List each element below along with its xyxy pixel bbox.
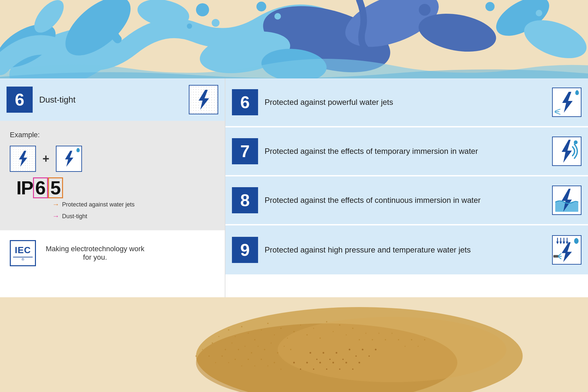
svg-point-96 — [306, 362, 308, 364]
temp-immersion-svg — [553, 137, 581, 166]
svg-point-55 — [277, 352, 278, 353]
bolt-icon-dust — [195, 89, 212, 110]
svg-point-6 — [196, 3, 209, 16]
svg-marker-108 — [562, 92, 573, 113]
svg-point-97 — [313, 368, 314, 370]
svg-point-64 — [235, 359, 236, 360]
svg-point-100 — [333, 362, 334, 364]
iec-registered: ® — [22, 257, 24, 261]
svg-point-103 — [352, 368, 353, 370]
sand-svg — [0, 297, 588, 392]
protection-number-6: 6 — [232, 89, 258, 115]
svg-point-77 — [392, 333, 393, 334]
svg-point-69 — [268, 366, 269, 367]
iec-footer: IEC ® Making electrotechnology work for … — [0, 230, 225, 276]
svg-point-44 — [352, 328, 353, 329]
annotation-water-text: Protected against water jets — [62, 201, 135, 208]
svg-point-71 — [281, 369, 282, 370]
svg-point-90 — [355, 355, 357, 357]
bolt-icon-example-dust — [16, 150, 29, 167]
svg-point-47 — [225, 349, 226, 350]
water-drop-dot — [76, 148, 80, 152]
svg-point-58 — [195, 355, 197, 357]
svg-point-67 — [254, 366, 255, 367]
svg-point-65 — [241, 366, 242, 367]
svg-line-123 — [559, 254, 561, 256]
svg-point-63 — [228, 362, 229, 363]
svg-point-42 — [339, 324, 340, 326]
protection-text-8: Protected against the effects of continu… — [265, 194, 546, 206]
protection-number-8: 8 — [232, 187, 258, 213]
svg-point-40 — [326, 321, 327, 322]
svg-point-98 — [319, 362, 321, 364]
svg-point-87 — [336, 352, 337, 354]
number-8: 8 — [240, 190, 250, 210]
protection-row-7: 7 Protected against the effects of tempo… — [225, 127, 588, 176]
protection-row-9: 9 Protected against high pressure and te… — [225, 225, 588, 274]
dust-number-badge: 6 — [7, 87, 33, 113]
svg-point-38 — [313, 328, 314, 329]
svg-marker-119 — [563, 242, 565, 244]
svg-point-72 — [359, 339, 360, 340]
svg-point-24 — [278, 317, 506, 382]
svg-point-104 — [359, 362, 360, 364]
example-water-icon — [56, 146, 82, 172]
svg-point-19 — [485, 2, 495, 11]
svg-point-70 — [274, 362, 275, 363]
icon-temp-immersion-7 — [552, 137, 581, 166]
svg-point-61 — [215, 362, 216, 363]
svg-point-68 — [261, 359, 262, 360]
svg-point-85 — [323, 352, 324, 354]
iec-logo: IEC ® — [10, 240, 36, 266]
protection-row-6: 6 Protected against powerful water jets — [225, 78, 588, 127]
svg-point-52 — [258, 346, 259, 347]
annotations: → Protected against water jets → Dust-ti… — [52, 200, 215, 220]
dust-tight-row: 6 Dust-tight — [0, 78, 225, 121]
arrow-pink: → — [52, 212, 59, 220]
svg-point-83 — [310, 352, 311, 354]
svg-point-66 — [248, 359, 249, 360]
svg-marker-113 — [562, 242, 572, 262]
svg-rect-122 — [553, 255, 559, 258]
svg-point-17 — [274, 13, 281, 20]
number-7: 7 — [240, 141, 250, 161]
example-formula: + — [10, 146, 215, 172]
svg-point-75 — [379, 333, 380, 334]
protection-number-9: 9 — [232, 237, 258, 263]
right-panel: 6 Protected against powerful water jets — [225, 78, 588, 297]
iec-logo-text: IEC — [15, 245, 31, 255]
bolt-water-jet-svg — [558, 91, 575, 113]
iec-tagline-line1: Making electrotechnology work — [46, 245, 144, 253]
protection-text-9: Protected against high pressure and temp… — [265, 244, 546, 256]
svg-point-102 — [346, 362, 347, 364]
svg-point-37 — [306, 334, 308, 335]
svg-point-32 — [274, 335, 275, 335]
svg-point-20 — [536, 10, 542, 16]
svg-point-31 — [267, 323, 269, 324]
svg-point-91 — [362, 349, 364, 351]
svg-marker-117 — [560, 242, 562, 244]
top-splash-area — [0, 0, 588, 85]
svg-point-86 — [329, 359, 331, 360]
spray-lines-6 — [555, 110, 561, 114]
svg-point-18 — [419, 4, 431, 16]
annotation-dust: → Dust-tight — [52, 212, 215, 220]
svg-marker-106 — [19, 151, 27, 167]
protection-text-7: Protected against the effects of tempora… — [265, 145, 546, 157]
svg-point-94 — [293, 362, 295, 364]
svg-point-27 — [241, 326, 242, 327]
annotation-dust-text: Dust-tight — [62, 213, 87, 220]
protection-row-8: 8 Protected against the effects of conti… — [225, 176, 588, 225]
svg-marker-115 — [556, 242, 559, 244]
number-6: 6 — [240, 92, 250, 112]
svg-point-7 — [212, 19, 220, 27]
svg-point-56 — [284, 346, 285, 347]
svg-point-26 — [235, 336, 236, 337]
svg-point-82 — [424, 339, 425, 340]
svg-point-92 — [368, 355, 370, 357]
svg-point-30 — [261, 330, 262, 331]
water-drop-6 — [575, 90, 579, 95]
svg-point-101 — [339, 368, 340, 370]
svg-marker-105 — [199, 90, 209, 110]
example-label: Example: — [10, 131, 215, 139]
